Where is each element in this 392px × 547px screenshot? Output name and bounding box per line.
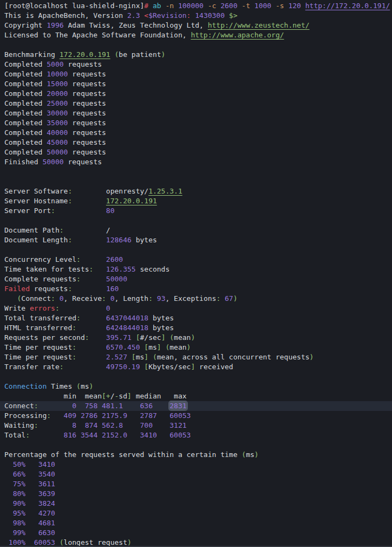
text-token: [76, 343, 106, 351]
terminal-line: Write errors: 0: [0, 304, 392, 313]
text-token: [157, 411, 169, 420]
text-token: [153, 402, 169, 410]
text-token: [76, 421, 85, 429]
terminal-line: HTML transferred: 6424844018 bytes: [0, 323, 392, 333]
text-token: ): [191, 333, 195, 342]
text-token: [4, 490, 13, 498]
text-token: [25, 529, 38, 537]
text-token: 50000: [106, 275, 127, 283]
text-token: 67: [225, 294, 233, 303]
text-token: [25, 519, 38, 527]
text-token: ): [161, 50, 166, 59]
text-token: :: [72, 324, 76, 332]
text-token: :: [76, 255, 81, 263]
text-token: [271, 2, 276, 10]
url-link[interactable]: http://www.apache.org/: [191, 31, 284, 39]
terminal-line: This is ApacheBench, Version 2.3 <$Revis…: [0, 11, 392, 21]
text-token: 2600: [106, 255, 123, 263]
text-token: 0: [60, 294, 64, 303]
text-token: 6630: [38, 529, 55, 537]
terminal-line: [0, 216, 392, 226]
terminal-output[interactable]: [root@localhost lua-shield-nginx]# ab -n…: [0, 0, 392, 547]
percentile-row: 80% 3639: [0, 489, 392, 499]
text-token: mean: [169, 343, 186, 351]
text-token: Time per request: [4, 343, 72, 351]
terminal-line: Requests per second: 395.71 [#/sec] (mea…: [0, 333, 392, 343]
text-token: [76, 431, 81, 439]
text-token: 75%: [13, 480, 25, 488]
text-token: Completed: [4, 60, 47, 68]
text-token: [157, 431, 169, 439]
percentile-row: 50% 3410: [0, 460, 392, 469]
text-token: <: [144, 11, 148, 20]
text-token: Server Port: [4, 207, 51, 215]
text-token: 758: [85, 402, 97, 410]
text-token: (: [76, 382, 81, 390]
text-token: [4, 460, 13, 468]
text-token: errors: [30, 304, 55, 312]
text-token: [25, 509, 38, 517]
text-token: ): [89, 382, 94, 390]
percentile-row: 75% 3611: [0, 479, 392, 489]
text-token: , Length: [115, 294, 149, 303]
text-token: :: [102, 294, 106, 303]
text-token: $Revision: [148, 11, 186, 20]
text-token: [72, 197, 106, 205]
text-token: Processing: [4, 411, 47, 420]
text-token: [301, 2, 305, 10]
text-token: Total transferred: [4, 314, 76, 322]
text-token: 636: [140, 402, 153, 410]
text-token: :: [51, 294, 55, 303]
terminal-line: Server Software: openresty/1.25.3.1: [0, 186, 392, 196]
url-link[interactable]: http://www.zeustech.net/: [208, 21, 310, 29]
text-token: [174, 2, 178, 10]
terminal-line: [0, 40, 392, 50]
text-token: 481.1: [102, 402, 123, 410]
text-token: :: [60, 363, 64, 371]
text-token: 98%: [13, 519, 25, 527]
text-token: Completed: [4, 89, 47, 98]
text-token: Connection: [4, 382, 47, 390]
text-token: Benchmarking: [4, 50, 60, 59]
text-token: [153, 294, 157, 303]
text-token: [25, 538, 34, 546]
text-token: ms: [148, 343, 157, 351]
text-token: 2786: [81, 411, 97, 420]
text-token: ): [233, 294, 238, 303]
text-token: This is ApacheBench, Version: [4, 11, 127, 20]
text-token: median max: [132, 392, 187, 400]
text-token: 3540: [38, 470, 55, 478]
text-token: [4, 529, 13, 537]
text-token: [81, 314, 106, 322]
text-token: 60053: [169, 411, 191, 420]
text-token: 20000: [47, 89, 68, 98]
text-token: 30000: [47, 109, 68, 117]
text-token: 3824: [38, 499, 55, 507]
text-token: [51, 411, 63, 420]
text-token: requests: [68, 138, 106, 146]
table-header-row: min mean[+/-sd] median max: [0, 391, 392, 401]
text-token: 3410: [38, 460, 55, 468]
text-token: [30, 431, 64, 439]
text-token: :: [34, 402, 38, 410]
text-token: [25, 460, 38, 468]
text-token: requests: [68, 128, 106, 137]
text-token: (: [153, 353, 157, 361]
text-token: requests: [68, 80, 106, 88]
text-token: :: [148, 294, 153, 303]
table-row-total: Total: 816 3544 2152.0 3410 60053: [0, 430, 392, 440]
text-token: requests: [68, 109, 106, 117]
terminal-line: [0, 440, 392, 450]
text-token: :: [85, 333, 89, 342]
text-token: 3639: [38, 490, 55, 498]
url-link[interactable]: http://172.20.0.191/: [305, 2, 390, 10]
text-token: [55, 538, 60, 546]
text-token: [4, 509, 13, 517]
text-token: 3611: [38, 480, 55, 488]
text-token: requests: [68, 148, 106, 156]
text-token: Completed: [4, 119, 47, 127]
text-token: 10000: [47, 70, 68, 78]
terminal-line: Finished 50000 requests: [0, 157, 392, 167]
ip-address: 172.20.0.191: [60, 50, 110, 59]
text-token: seconds: [136, 265, 170, 273]
